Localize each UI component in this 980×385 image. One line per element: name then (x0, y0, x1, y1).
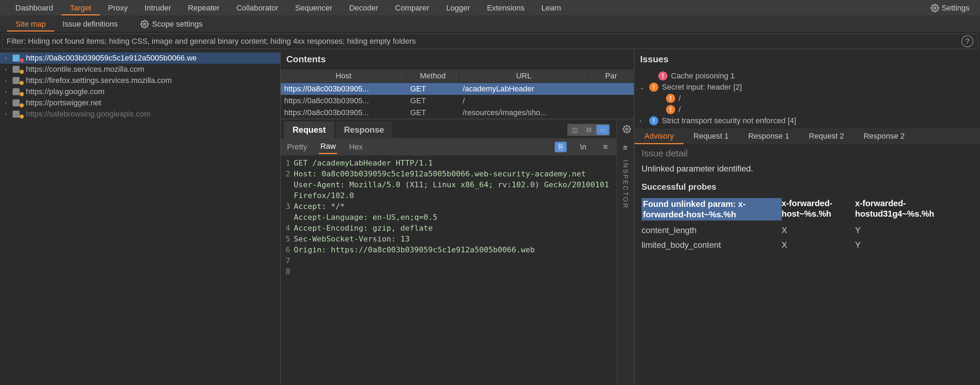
contents-table-body: https://0a8c003b03905... GET /academyLab… (281, 83, 634, 119)
tree-label: https://firefox.settings.services.mozill… (26, 76, 172, 85)
table-row[interactable]: https://0a8c003b03905... GET /academyLab… (281, 83, 634, 95)
tree-item[interactable]: › https://firefox.settings.services.mozi… (0, 75, 280, 86)
viewtab-pretty[interactable]: Pretty (286, 140, 309, 154)
tree-item[interactable]: › https://0a8c003b039059c5c1e912a5005b00… (0, 52, 280, 64)
severity-high-icon: ! (659, 72, 667, 81)
probe-head: x-forwarded-hostud31g4~%s.%h (855, 198, 929, 221)
advtab-advisory[interactable]: Advisory (635, 128, 684, 144)
issue-item[interactable]: ! / (635, 104, 980, 115)
tab-proxy[interactable]: Proxy (100, 1, 136, 15)
col-url[interactable]: URL (459, 69, 589, 83)
cell-host: https://0a8c003b03905... (281, 107, 407, 118)
scope-settings-button[interactable]: Scope settings (140, 20, 203, 29)
filter-bar[interactable]: Filter: Hiding not found items; hiding C… (2, 33, 978, 49)
col-method[interactable]: Method (407, 69, 459, 83)
inspector-panel[interactable]: ≡ INSPECTOR (616, 119, 634, 385)
tab-collaborator[interactable]: Collaborator (228, 1, 286, 15)
tab-comparer[interactable]: Comparer (387, 1, 438, 15)
tab-learn[interactable]: Learn (533, 1, 570, 15)
sub-tab-bar: Site map Issue definitions Scope setting… (0, 16, 980, 32)
reqres-tab-bar: Request Response ◫ ⊟ ▭ (281, 119, 616, 138)
probe-head: Found unlinked param: x-forwarded-host~%… (641, 198, 781, 221)
chevron-right-icon: › (5, 55, 10, 61)
probes-table: Found unlinked param: x-forwarded-host~%… (641, 198, 973, 250)
site-icon (13, 88, 23, 95)
tab-extensions[interactable]: Extensions (479, 1, 533, 15)
newline-icon[interactable]: \n (577, 142, 589, 152)
severity-med-icon: ! (649, 83, 659, 92)
gear-icon[interactable] (620, 123, 633, 135)
tab-sequencer[interactable]: Sequencer (286, 1, 340, 15)
gear-icon (931, 4, 939, 12)
layout-split-v-icon[interactable]: ◫ (568, 125, 581, 135)
probe-val: X (781, 240, 855, 250)
probe-key: content_length (641, 225, 781, 235)
chevron-right-icon: › (5, 89, 10, 95)
layout-single-icon[interactable]: ▭ (597, 125, 609, 135)
request-text: GET /academyLabHeader HTTP/1.1 Host: 0a8… (294, 155, 616, 385)
hamburger-icon[interactable]: ≡ (600, 142, 611, 152)
tree-label: https://safebrowsing.googleapis.com (26, 110, 151, 119)
severity-med-icon: ! (666, 94, 675, 103)
advtab-request2[interactable]: Request 2 (799, 128, 854, 144)
viewtab-raw[interactable]: Raw (319, 140, 337, 154)
tree-item[interactable]: › https://contile.services.mozilla.com (0, 64, 280, 75)
chevron-right-icon: › (5, 77, 10, 84)
chevron-down-icon: ⌄ (640, 84, 646, 91)
probe-key: limited_body_content (641, 240, 781, 250)
tree-label: https://portswigger.net (26, 99, 101, 107)
cell-host: https://0a8c003b03905... (281, 84, 407, 94)
tab-response[interactable]: Response (336, 121, 393, 138)
table-row[interactable]: https://0a8c003b03905... GET / (281, 95, 634, 107)
tree-item[interactable]: › https://portswigger.net (0, 97, 280, 108)
tree-item[interactable]: › https://play.google.com (0, 86, 280, 97)
cell-url: / (459, 95, 589, 106)
severity-med-icon: ! (666, 105, 675, 114)
probe-val: Y (855, 240, 929, 250)
table-row[interactable]: https://0a8c003b03905... GET /resources/… (281, 107, 634, 119)
subtab-sitemap[interactable]: Site map (7, 17, 54, 32)
contents-header: Contents (281, 50, 634, 69)
advtab-response2[interactable]: Response 2 (854, 128, 914, 144)
issue-item[interactable]: ⌄ ! Secret input: header [2] (635, 81, 980, 93)
contents-table-header: Host Method URL Par (281, 69, 634, 83)
issue-label: / (679, 94, 681, 103)
viewtab-hex[interactable]: Hex (348, 140, 364, 154)
cell-method: GET (407, 84, 459, 94)
col-par[interactable]: Par (589, 69, 634, 83)
advtab-request1[interactable]: Request 1 (684, 128, 738, 144)
detail-text: Unlinked parameter identified. (641, 164, 973, 173)
subtab-issue-definitions[interactable]: Issue definitions (54, 17, 126, 32)
svg-point-0 (934, 7, 936, 9)
probe-val: Y (855, 225, 929, 235)
probe-head: x-forwarded-host~%s.%h (781, 198, 855, 221)
cell-url: /academyLabHeader (459, 84, 589, 94)
col-host[interactable]: Host (281, 69, 407, 83)
issue-label: Secret input: header [2] (662, 83, 742, 92)
tree-label: https://0a8c003b039059c5c1e912a5005b0066… (26, 54, 197, 63)
tab-logger[interactable]: Logger (438, 1, 479, 15)
tab-target[interactable]: Target (62, 1, 100, 15)
advtab-response1[interactable]: Response 1 (738, 128, 799, 144)
site-icon (13, 76, 23, 84)
actions-icon[interactable]: ⎘ (555, 142, 566, 152)
issue-item[interactable]: ! Cache poisoning 1 (635, 70, 980, 81)
tab-intruder[interactable]: Intruder (136, 1, 180, 15)
tree-item[interactable]: › https://safebrowsing.googleapis.com (0, 108, 280, 120)
tab-repeater[interactable]: Repeater (180, 1, 228, 15)
probe-val: X (781, 225, 855, 235)
settings-label: Settings (942, 3, 970, 13)
request-editor[interactable]: 1 2 3 4 5 6 7 8 GET /academyLabHeader HT… (281, 155, 616, 385)
site-icon (13, 54, 23, 62)
tab-decoder[interactable]: Decoder (341, 1, 387, 15)
issue-item[interactable]: ! / (635, 93, 980, 104)
tab-request[interactable]: Request (284, 121, 334, 138)
hamburger-icon[interactable]: ≡ (619, 142, 632, 153)
cell-method: GET (407, 95, 459, 106)
layout-split-h-icon[interactable]: ⊟ (582, 125, 595, 135)
detail-heading: Issue detail (641, 148, 973, 159)
tab-dashboard[interactable]: Dashboard (7, 1, 62, 15)
issue-item[interactable]: › ! Strict transport security not enforc… (635, 115, 980, 126)
help-icon[interactable]: ? (961, 35, 974, 47)
settings-button[interactable]: Settings (927, 2, 974, 14)
